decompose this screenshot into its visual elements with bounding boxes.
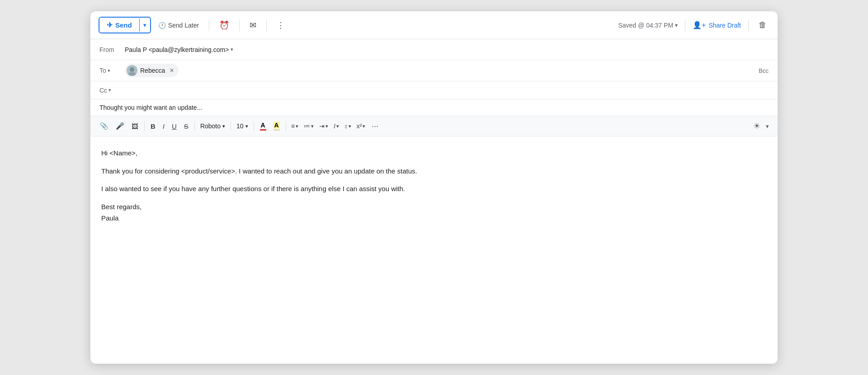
right-divider-1	[685, 19, 685, 31]
superscript-button[interactable]: x² ▾	[354, 120, 368, 132]
from-value: Paula P <paula@zylkertraining.com> ▾	[125, 46, 769, 53]
send-later-button[interactable]: 🕐 Send Later	[155, 19, 203, 32]
highlight-color-button[interactable]: A	[270, 120, 283, 132]
template-icon: ✉	[250, 20, 256, 30]
bcc-button[interactable]: Bcc	[759, 67, 769, 74]
font-size-label: 10	[236, 122, 244, 130]
text-color-bar	[260, 129, 266, 131]
saved-status-text: Saved @ 04:37 PM	[618, 22, 673, 29]
toolbar-divider-3	[266, 19, 267, 31]
italic-button[interactable]: I	[160, 120, 168, 132]
toolbar-divider-2	[239, 19, 240, 31]
font-family-select[interactable]: Roboto ▾	[198, 120, 228, 132]
text-color-icon: A	[261, 122, 265, 129]
subject-input[interactable]	[99, 104, 769, 111]
schedule-icon-button[interactable]: ⏰	[216, 18, 233, 33]
cc-label-text: Cc	[99, 87, 107, 94]
body-line2: Thank you for considering <product/servi…	[101, 165, 767, 177]
chip-close-button[interactable]: ✕	[170, 67, 174, 74]
share-draft-icon: 👤+	[693, 21, 706, 29]
fmt-divider-3	[231, 122, 231, 131]
italic-icon: I	[163, 122, 165, 130]
brightness-button[interactable]: ☀	[751, 119, 763, 133]
brightness-icon: ☀	[753, 122, 760, 131]
body-line5: Paula	[101, 214, 118, 222]
share-draft-button[interactable]: 👤+ Share Draft	[693, 21, 741, 29]
align-chevron: ▾	[296, 123, 298, 129]
to-label: To ▾	[99, 67, 125, 74]
to-row: To ▾ Rebecca ✕ Bcc	[90, 60, 778, 81]
send-dropdown-button[interactable]: ▾	[139, 19, 150, 32]
to-chevron-icon[interactable]: ▾	[108, 68, 110, 74]
list-button[interactable]: ≔ ▾	[302, 120, 316, 132]
send-label: Send	[115, 21, 132, 29]
indent-button[interactable]: ⇥ ▾	[317, 120, 330, 132]
list-chevron: ▾	[311, 123, 314, 129]
send-button[interactable]: ✈ Send	[99, 18, 139, 33]
email-body[interactable]: Hi <Name>, Thank you for considering <pr…	[90, 136, 778, 364]
bcc-label: Bcc	[759, 67, 769, 74]
list-icon: ≔	[304, 122, 310, 130]
avatar	[127, 65, 137, 76]
from-row: From Paula P <paula@zylkertraining.com> …	[90, 39, 778, 60]
schedule-icon: ⏰	[219, 20, 229, 30]
body-signature: Best regards, Paula	[101, 201, 767, 224]
body-line3: I also wanted to see if you have any fur…	[101, 183, 767, 195]
format-toolbar: 📎 🎤 🖼 B I U S Roboto ▾ 10 ▾	[90, 116, 778, 136]
bold-icon: B	[151, 122, 156, 130]
indent-icon: ⇥	[319, 122, 325, 130]
more-format-button[interactable]: ⋯	[368, 120, 382, 132]
from-dropdown-chevron[interactable]: ▾	[231, 47, 233, 52]
from-address: Paula P <paula@zylkertraining.com>	[125, 46, 229, 53]
expand-icon: ▾	[766, 123, 769, 130]
audio-button[interactable]: 🎤	[113, 120, 127, 132]
compose-window: ✈ Send ▾ 🕐 Send Later ⏰ ✉ ⋮ Saved @ 04:3…	[90, 11, 778, 364]
fmt-divider-2	[194, 122, 195, 131]
line-spacing-button[interactable]: ↕ ▾	[342, 120, 354, 132]
highlight-color-bar	[274, 129, 280, 131]
cc-row: Cc ▾	[90, 81, 778, 99]
fmt-divider-4	[254, 122, 254, 131]
highlight-icon: A	[274, 122, 280, 129]
subject-row	[90, 99, 778, 116]
bold-button[interactable]: B	[147, 120, 159, 132]
toolbar-divider-1	[209, 19, 209, 31]
underline-button[interactable]: U	[169, 120, 180, 132]
recipient-name: Rebecca	[140, 67, 165, 74]
expand-button[interactable]: ▾	[764, 121, 771, 132]
saved-chevron-icon[interactable]: ▾	[675, 22, 678, 28]
superscript-icon: x²	[357, 122, 362, 130]
svg-point-1	[130, 67, 134, 72]
body-line1: Hi <Name>,	[101, 147, 767, 159]
quote-button[interactable]: I ▾	[331, 120, 341, 132]
align-icon: ≡	[291, 122, 295, 130]
image-icon: 🖼	[132, 122, 138, 130]
font-family-chevron: ▾	[222, 123, 225, 129]
image-button[interactable]: 🖼	[128, 120, 142, 132]
from-label: From	[99, 46, 125, 53]
more-options-button[interactable]: ⋮	[273, 18, 288, 33]
send-later-label: Send Later	[168, 22, 199, 29]
recipient-chip: Rebecca ✕	[125, 64, 179, 77]
indent-chevron: ▾	[326, 123, 328, 129]
align-button[interactable]: ≡ ▾	[289, 120, 301, 132]
trash-icon: 🗑	[759, 20, 767, 29]
saved-status: Saved @ 04:37 PM ▾	[618, 22, 678, 29]
body-line4: Best regards,	[101, 203, 142, 211]
to-label-text: To	[99, 67, 106, 74]
line-spacing-chevron: ▾	[349, 123, 351, 129]
line-spacing-icon: ↕	[344, 122, 348, 130]
strikethrough-button[interactable]: S	[181, 120, 192, 132]
font-size-select[interactable]: 10 ▾	[234, 120, 251, 132]
delete-draft-button[interactable]: 🗑	[756, 18, 769, 33]
template-button[interactable]: ✉	[246, 18, 260, 33]
underline-icon: U	[172, 122, 177, 130]
attach-button[interactable]: 📎	[97, 120, 112, 132]
quote-chevron: ▾	[336, 123, 339, 129]
toolbar-right: Saved @ 04:37 PM ▾ 👤+ Share Draft 🗑	[618, 18, 769, 33]
cc-chevron-icon[interactable]: ▾	[108, 87, 111, 93]
superscript-chevron: ▾	[363, 123, 365, 129]
share-draft-label: Share Draft	[708, 22, 741, 29]
text-color-button[interactable]: A	[257, 120, 269, 132]
send-icon: ✈	[107, 21, 113, 29]
